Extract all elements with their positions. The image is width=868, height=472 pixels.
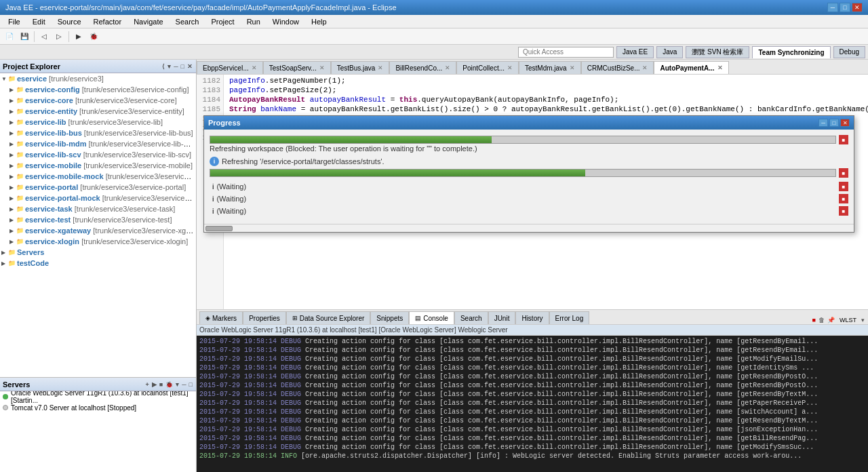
tree-item-eservice-mobile[interactable]: ▶ 📁 eservice-mobile [trunk/eservice3/ese… <box>0 160 196 171</box>
tab-console[interactable]: ▤ Console <box>409 311 454 324</box>
tree-item-eservice-xgateway[interactable]: ▶ 📁 eservice-xgateway [trunk/eservice3/e… <box>0 225 196 236</box>
tab-pointcollect[interactable]: PointCollect... ✕ <box>456 61 519 74</box>
sub-progress-cancel-button[interactable] <box>839 168 848 178</box>
tab-errorlog[interactable]: Error Log <box>549 311 590 324</box>
clear-console-icon[interactable]: 🗑 <box>818 316 825 324</box>
tree-item-eservice-test[interactable]: ▶ 📁 eservice-test [trunk/eservice3/eserv… <box>0 214 196 225</box>
tree-item-eservice-lib-scv[interactable]: ▶ 📁 eservice-lib-scv [trunk/eservice3/es… <box>0 149 196 160</box>
tab-close-icon[interactable]: ✕ <box>378 64 383 71</box>
tree-item-eservice-xlogin[interactable]: ▶ 📁 eservice-xlogin [trunk/eservice3/ese… <box>0 236 196 247</box>
back-button[interactable]: ◁ <box>37 30 51 43</box>
tab-close-icon[interactable]: ✕ <box>570 64 575 71</box>
waiting-cancel-button-3[interactable] <box>839 206 848 216</box>
new-button[interactable]: 📄 <box>3 30 16 43</box>
waiting-text: (Waiting) <box>216 207 246 215</box>
tab-datasource[interactable]: ⊞ Data Source Explorer <box>286 311 371 324</box>
progress-scrollbar[interactable] <box>204 224 854 232</box>
console-menu-icon[interactable]: ▾ <box>861 316 865 324</box>
perspective-team-sync[interactable]: Team Synchronizing <box>752 46 830 58</box>
progress-maximize-button[interactable]: □ <box>829 119 839 127</box>
tab-testbus[interactable]: TestBus.java ✕ <box>331 61 390 74</box>
start-server-icon[interactable]: ▶ <box>151 380 157 389</box>
forward-button[interactable]: ▷ <box>52 30 66 43</box>
menu-item-refactor[interactable]: Refactor <box>88 16 127 27</box>
tree-item-eservice[interactable]: ▼ 📁 eservice [trunk/eservice3] <box>0 73 196 84</box>
menu-item-edit[interactable]: Edit <box>27 16 51 27</box>
perspective-javaee[interactable]: Java EE <box>616 46 654 58</box>
tab-close-icon[interactable]: ✕ <box>717 64 723 71</box>
tab-close-icon[interactable]: ✕ <box>319 64 325 71</box>
server-item-weblogic[interactable]: Oracle WebLogic Server 11gR1 (10.3.6) at… <box>0 391 196 402</box>
left-panel: Project Explorer ⟨ ▾ ─ □ ✕ ▼ 📁 eservice … <box>0 60 197 472</box>
tab-close-icon[interactable]: ✕ <box>642 64 648 71</box>
main-progress-bar-bg <box>210 136 836 144</box>
tree-item-eservice-mobile-mock[interactable]: ▶ 📁 eservice-mobile-mock [trunk/eservice… <box>0 171 196 182</box>
menu-item-project[interactable]: Project <box>205 16 239 27</box>
quick-access-input[interactable] <box>518 47 614 58</box>
tab-crmcustbiz[interactable]: CRMCustBizSe... ✕ <box>581 61 654 74</box>
perspective-svn[interactable]: 瀏覽 SVN 檢索庫 <box>686 46 749 58</box>
tab-search[interactable]: Search <box>454 311 488 324</box>
close-button[interactable]: ✕ <box>852 3 863 12</box>
tree-item-eservice-lib[interactable]: ▶ 📁 eservice-lib [trunk/eservice3/eservi… <box>0 117 196 127</box>
tree-item-eservice-lib-mdm[interactable]: ▶ 📁 eservice-lib-mdm [trunk/eservice3/es… <box>0 138 196 149</box>
tree-item-eservice-task[interactable]: ▶ 📁 eservice-task [trunk/eservice3/eserv… <box>0 203 196 214</box>
maximize-button[interactable]: □ <box>840 3 850 12</box>
minimize-servers-icon[interactable]: ─ <box>181 380 186 389</box>
tree-item-eservice-config[interactable]: ▶ 📁 eservice-config [trunk/eservice3/ese… <box>0 84 196 95</box>
menu-item-search[interactable]: Search <box>170 16 205 27</box>
stop-server-icon[interactable]: ■ <box>159 380 163 389</box>
tab-testsoap[interactable]: TestSoapServ... ✕ <box>263 61 331 74</box>
waiting-cancel-button-2[interactable] <box>839 194 848 203</box>
tab-markers[interactable]: ◈ Markers <box>199 311 243 324</box>
tree-item-eservice-core[interactable]: ▶ 📁 eservice-core [trunk/eservice3/eserv… <box>0 95 196 106</box>
tab-testmdm[interactable]: TestMdm.java ✕ <box>519 61 581 74</box>
tree-item-eservice-portal[interactable]: ▶ 📁 eservice-portal [trunk/eservice3/ese… <box>0 182 196 193</box>
main-progress-cancel-button[interactable] <box>839 135 848 144</box>
progress-minimize-button[interactable]: ─ <box>818 119 828 127</box>
project-tree: ▼ 📁 eservice [trunk/eservice3] ▶ 📁 eserv… <box>0 73 196 377</box>
pin-icon[interactable]: 📌 <box>827 316 835 324</box>
collapse-all-icon[interactable]: ⟨ <box>161 62 165 71</box>
tree-item-servers[interactable]: ▶ 📁 Servers <box>0 247 196 258</box>
new-server-icon[interactable]: + <box>144 380 149 389</box>
minimize-button[interactable]: ─ <box>827 3 838 12</box>
tab-history[interactable]: History <box>515 311 549 324</box>
menu-item-file[interactable]: File <box>3 16 26 27</box>
tab-close-icon[interactable]: ✕ <box>252 64 257 71</box>
menu-item-help[interactable]: Help <box>306 16 332 27</box>
terminate-icon[interactable]: ■ <box>812 316 816 324</box>
tab-close-icon[interactable]: ✕ <box>507 64 513 71</box>
maximize-servers-icon[interactable]: □ <box>189 380 193 389</box>
tab-billresend[interactable]: BillResendCo... ✕ <box>389 61 456 74</box>
tree-item-testcode[interactable]: ▶ 📁 testCode <box>0 258 196 269</box>
menu-item-source[interactable]: Source <box>52 16 87 27</box>
waiting-cancel-button-1[interactable] <box>839 182 848 191</box>
debug-button[interactable]: 🐞 <box>87 30 100 43</box>
perspective-debug[interactable]: Debug <box>833 46 865 58</box>
save-button[interactable]: 💾 <box>18 30 31 43</box>
tab-junit[interactable]: JUnit <box>488 311 516 324</box>
tree-item-eservice-lib-bus[interactable]: ▶ 📁 eservice-lib-bus [trunk/eservice3/es… <box>0 127 196 138</box>
tab-snippets[interactable]: Snippets <box>370 311 409 324</box>
menu-item-navigate[interactable]: Navigate <box>128 16 168 27</box>
run-button[interactable]: ▶ <box>72 30 85 43</box>
tree-item-eservice-entity[interactable]: ▶ 📁 eservice-entity [trunk/eservice3/ese… <box>0 106 196 117</box>
maximize-panel-icon[interactable]: □ <box>180 62 185 71</box>
tree-item-eservice-portal-mock[interactable]: ▶ 📁 eservice-portal-mock [trunk/eservice… <box>0 193 196 203</box>
minimize-panel-icon[interactable]: ─ <box>173 62 178 71</box>
tab-close-icon[interactable]: ✕ <box>445 64 450 71</box>
progress-close-button[interactable]: ✕ <box>840 119 850 127</box>
menu-item-run[interactable]: Run <box>241 16 266 27</box>
close-panel-icon[interactable]: ✕ <box>186 62 193 71</box>
tree-arrow: ▶ <box>1 260 8 267</box>
perspective-java[interactable]: Java <box>656 46 683 58</box>
menu-icon[interactable]: ▾ <box>167 62 172 71</box>
server-menu-icon[interactable]: ▾ <box>175 380 180 389</box>
tab-properties[interactable]: Properties <box>243 311 286 324</box>
tab-ebpp[interactable]: EbppServiceI... ✕ <box>197 61 263 74</box>
debug-server-icon[interactable]: 🐞 <box>165 380 174 389</box>
tab-autopayment[interactable]: AutoPaymentA... ✕ <box>654 61 728 74</box>
menu-item-window[interactable]: Window <box>267 16 304 27</box>
sub-progress-bar-bg <box>210 169 836 177</box>
